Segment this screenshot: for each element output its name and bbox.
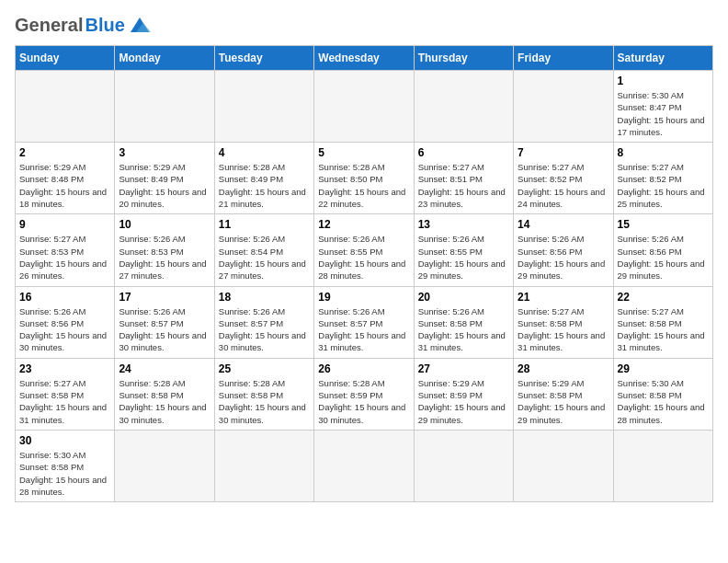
day-info: Sunrise: 5:29 AM Sunset: 8:48 PM Dayligh… xyxy=(19,161,110,210)
calendar-week-row: 1Sunrise: 5:30 AM Sunset: 8:47 PM Daylig… xyxy=(16,71,713,143)
header-day-wednesday: Wednesday xyxy=(314,46,414,71)
day-info: Sunrise: 5:28 AM Sunset: 8:50 PM Dayligh… xyxy=(318,161,409,210)
calendar-cell xyxy=(314,71,414,143)
day-number: 15 xyxy=(618,218,709,231)
calendar-cell: 7Sunrise: 5:27 AM Sunset: 8:52 PM Daylig… xyxy=(514,143,613,214)
header-day-thursday: Thursday xyxy=(414,46,513,71)
calendar-header-row: SundayMondayTuesdayWednesdayThursdayFrid… xyxy=(16,46,713,71)
day-number: 10 xyxy=(119,218,210,231)
logo-general-text: General xyxy=(15,15,83,36)
calendar-cell xyxy=(214,71,313,143)
logo-blue-text: Blue xyxy=(85,15,124,36)
calendar-cell: 13Sunrise: 5:26 AM Sunset: 8:55 PM Dayli… xyxy=(414,214,513,286)
day-info: Sunrise: 5:27 AM Sunset: 8:58 PM Dayligh… xyxy=(518,305,609,354)
day-number: 24 xyxy=(119,362,210,375)
day-info: Sunrise: 5:26 AM Sunset: 8:57 PM Dayligh… xyxy=(119,305,210,354)
calendar-cell: 18Sunrise: 5:26 AM Sunset: 8:57 PM Dayli… xyxy=(214,286,313,358)
logo-icon xyxy=(127,16,153,36)
calendar-cell: 1Sunrise: 5:30 AM Sunset: 8:47 PM Daylig… xyxy=(613,71,712,143)
day-info: Sunrise: 5:26 AM Sunset: 8:55 PM Dayligh… xyxy=(318,233,409,282)
day-number: 9 xyxy=(19,218,110,231)
day-info: Sunrise: 5:27 AM Sunset: 8:53 PM Dayligh… xyxy=(19,233,110,282)
calendar-cell: 10Sunrise: 5:26 AM Sunset: 8:53 PM Dayli… xyxy=(115,214,214,286)
day-info: Sunrise: 5:27 AM Sunset: 8:58 PM Dayligh… xyxy=(19,377,110,426)
calendar-cell: 29Sunrise: 5:30 AM Sunset: 8:58 PM Dayli… xyxy=(613,358,712,430)
header-day-monday: Monday xyxy=(115,46,214,71)
header: General Blue xyxy=(15,15,713,36)
day-number: 6 xyxy=(418,146,509,159)
calendar-cell: 8Sunrise: 5:27 AM Sunset: 8:52 PM Daylig… xyxy=(613,143,712,214)
calendar-cell: 12Sunrise: 5:26 AM Sunset: 8:55 PM Dayli… xyxy=(314,214,414,286)
day-number: 22 xyxy=(618,291,709,304)
day-info: Sunrise: 5:26 AM Sunset: 8:56 PM Dayligh… xyxy=(19,305,110,354)
calendar-cell xyxy=(115,71,214,143)
calendar-cell: 20Sunrise: 5:26 AM Sunset: 8:58 PM Dayli… xyxy=(414,286,513,358)
day-number: 17 xyxy=(119,291,210,304)
calendar-cell xyxy=(514,430,613,501)
day-number: 26 xyxy=(318,362,409,375)
day-info: Sunrise: 5:26 AM Sunset: 8:54 PM Dayligh… xyxy=(219,233,310,282)
day-number: 18 xyxy=(219,291,310,304)
calendar-cell: 19Sunrise: 5:26 AM Sunset: 8:57 PM Dayli… xyxy=(314,286,414,358)
calendar-cell: 28Sunrise: 5:29 AM Sunset: 8:58 PM Dayli… xyxy=(514,358,613,430)
header-day-friday: Friday xyxy=(514,46,613,71)
day-info: Sunrise: 5:26 AM Sunset: 8:53 PM Dayligh… xyxy=(119,233,210,282)
day-info: Sunrise: 5:27 AM Sunset: 8:52 PM Dayligh… xyxy=(618,161,709,210)
calendar-week-row: 30Sunrise: 5:30 AM Sunset: 8:58 PM Dayli… xyxy=(16,430,713,501)
day-number: 11 xyxy=(219,218,310,231)
calendar-cell: 17Sunrise: 5:26 AM Sunset: 8:57 PM Dayli… xyxy=(115,286,214,358)
calendar-cell: 25Sunrise: 5:28 AM Sunset: 8:58 PM Dayli… xyxy=(214,358,313,430)
calendar-cell: 2Sunrise: 5:29 AM Sunset: 8:48 PM Daylig… xyxy=(16,143,115,214)
calendar-week-row: 9Sunrise: 5:27 AM Sunset: 8:53 PM Daylig… xyxy=(16,214,713,286)
calendar-week-row: 23Sunrise: 5:27 AM Sunset: 8:58 PM Dayli… xyxy=(16,358,713,430)
day-info: Sunrise: 5:28 AM Sunset: 8:59 PM Dayligh… xyxy=(318,377,409,426)
calendar-cell xyxy=(16,71,115,143)
day-number: 1 xyxy=(618,75,709,87)
calendar-cell: 14Sunrise: 5:26 AM Sunset: 8:56 PM Dayli… xyxy=(514,214,613,286)
day-info: Sunrise: 5:27 AM Sunset: 8:58 PM Dayligh… xyxy=(618,305,709,354)
calendar-cell xyxy=(514,71,613,143)
day-number: 8 xyxy=(618,146,709,159)
day-number: 16 xyxy=(19,291,110,304)
calendar-cell: 11Sunrise: 5:26 AM Sunset: 8:54 PM Dayli… xyxy=(214,214,313,286)
calendar-table: SundayMondayTuesdayWednesdayThursdayFrid… xyxy=(15,45,713,502)
header-day-saturday: Saturday xyxy=(613,46,712,71)
day-info: Sunrise: 5:28 AM Sunset: 8:58 PM Dayligh… xyxy=(119,377,210,426)
day-number: 30 xyxy=(19,434,110,447)
calendar-cell: 16Sunrise: 5:26 AM Sunset: 8:56 PM Dayli… xyxy=(16,286,115,358)
calendar-cell: 22Sunrise: 5:27 AM Sunset: 8:58 PM Dayli… xyxy=(613,286,712,358)
day-number: 5 xyxy=(318,146,409,159)
day-info: Sunrise: 5:26 AM Sunset: 8:58 PM Dayligh… xyxy=(418,305,509,354)
day-number: 13 xyxy=(418,218,509,231)
day-number: 25 xyxy=(219,362,310,375)
calendar-cell: 30Sunrise: 5:30 AM Sunset: 8:58 PM Dayli… xyxy=(16,430,115,501)
day-info: Sunrise: 5:27 AM Sunset: 8:51 PM Dayligh… xyxy=(418,161,509,210)
day-number: 19 xyxy=(318,291,409,304)
day-info: Sunrise: 5:26 AM Sunset: 8:56 PM Dayligh… xyxy=(518,233,609,282)
calendar-cell: 27Sunrise: 5:29 AM Sunset: 8:59 PM Dayli… xyxy=(414,358,513,430)
day-info: Sunrise: 5:28 AM Sunset: 8:49 PM Dayligh… xyxy=(219,161,310,210)
day-number: 28 xyxy=(518,362,609,375)
day-number: 12 xyxy=(318,218,409,231)
calendar-cell xyxy=(115,430,214,501)
calendar-cell xyxy=(314,430,414,501)
calendar-cell xyxy=(613,430,712,501)
day-number: 23 xyxy=(19,362,110,375)
calendar-cell xyxy=(214,430,313,501)
calendar-cell: 4Sunrise: 5:28 AM Sunset: 8:49 PM Daylig… xyxy=(214,143,313,214)
day-info: Sunrise: 5:30 AM Sunset: 8:58 PM Dayligh… xyxy=(19,449,110,498)
day-info: Sunrise: 5:29 AM Sunset: 8:58 PM Dayligh… xyxy=(518,377,609,426)
calendar-cell: 23Sunrise: 5:27 AM Sunset: 8:58 PM Dayli… xyxy=(16,358,115,430)
calendar-cell: 5Sunrise: 5:28 AM Sunset: 8:50 PM Daylig… xyxy=(314,143,414,214)
calendar-week-row: 2Sunrise: 5:29 AM Sunset: 8:48 PM Daylig… xyxy=(16,143,713,214)
day-number: 3 xyxy=(119,146,210,159)
day-number: 21 xyxy=(518,291,609,304)
calendar-cell: 3Sunrise: 5:29 AM Sunset: 8:49 PM Daylig… xyxy=(115,143,214,214)
calendar-cell: 21Sunrise: 5:27 AM Sunset: 8:58 PM Dayli… xyxy=(514,286,613,358)
day-number: 7 xyxy=(518,146,609,159)
day-info: Sunrise: 5:26 AM Sunset: 8:56 PM Dayligh… xyxy=(618,233,709,282)
calendar-cell xyxy=(414,71,513,143)
calendar-cell: 15Sunrise: 5:26 AM Sunset: 8:56 PM Dayli… xyxy=(613,214,712,286)
day-info: Sunrise: 5:28 AM Sunset: 8:58 PM Dayligh… xyxy=(219,377,310,426)
day-number: 20 xyxy=(418,291,509,304)
